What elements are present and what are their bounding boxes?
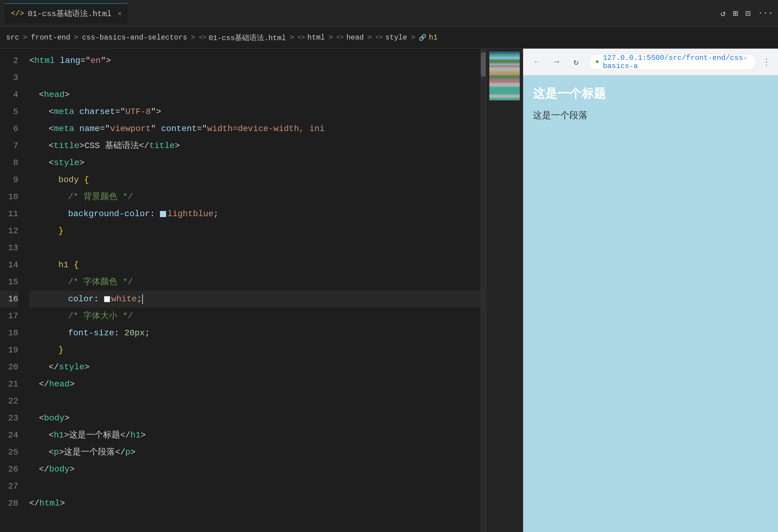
- main-layout: 2 3 4 5 6 7 8 9 10 11 12 13 14 15 16 17 …: [0, 49, 778, 532]
- code-line-11: background-color: lightblue;: [29, 205, 480, 223]
- breadcrumb-html[interactable]: html: [308, 33, 325, 41]
- history-icon[interactable]: ↺: [720, 8, 726, 18]
- breadcrumb-sep-4: >: [290, 33, 294, 41]
- code-line-28: </html>: [29, 495, 480, 512]
- breadcrumb-frontend[interactable]: front-end: [31, 33, 71, 41]
- code-line-9: body {: [29, 171, 480, 188]
- editor-tab[interactable]: </> 01-css基础语法.html ✕: [5, 3, 128, 23]
- code-line-7: <title> CSS 基础语法 </title>: [29, 138, 480, 155]
- breadcrumb-style[interactable]: style: [385, 33, 407, 41]
- code-line-2: <html lang="en">: [29, 52, 480, 69]
- code-line-17: /* 字体大小 */: [29, 307, 480, 325]
- tab-close-button[interactable]: ✕: [118, 9, 122, 18]
- url-text: 127.0.0.1:5500/src/front-end/css-basics-…: [603, 54, 750, 70]
- code-line-18: font-size: 20px;: [29, 325, 480, 342]
- breadcrumb-h1[interactable]: h1: [429, 33, 438, 41]
- color-swatch-lightblue: [160, 211, 166, 217]
- text-cursor: [142, 294, 143, 304]
- browser-bar: ← → ↻ ● 127.0.0.1:5500/src/front-end/css…: [523, 49, 778, 75]
- address-bar[interactable]: ● 127.0.0.1:5500/src/front-end/css-basic…: [589, 54, 756, 70]
- code-line-16: color: white;: [29, 291, 480, 307]
- editor-scrollbar[interactable]: [480, 49, 486, 532]
- minimap: [486, 49, 523, 532]
- code-line-15: /* 字体颜色 */: [29, 274, 480, 291]
- split-icon[interactable]: ⊞: [733, 8, 738, 18]
- breadcrumb-file-icon: <>: [199, 34, 206, 41]
- code-line-22: [29, 393, 480, 410]
- code-line-3: [29, 69, 480, 86]
- breadcrumb-cssbasics[interactable]: css-basics-and-selectors: [82, 33, 187, 41]
- code-line-8: <style>: [29, 155, 480, 171]
- breadcrumb-head[interactable]: head: [346, 33, 364, 41]
- forward-button[interactable]: →: [550, 55, 563, 69]
- code-line-20: </style>: [29, 359, 480, 376]
- layout-icon[interactable]: ⊡: [746, 8, 751, 18]
- line-numbers: 2 3 4 5 6 7 8 9 10 11 12 13 14 15 16 17 …: [0, 49, 24, 532]
- browser-menu-button[interactable]: ⋮: [762, 57, 771, 67]
- code-line-23: <body>: [29, 410, 480, 427]
- breadcrumb-h1-icon: 🔗: [419, 34, 426, 41]
- preview-paragraph: 这是一个段落: [533, 109, 768, 121]
- refresh-button[interactable]: ↻: [569, 55, 583, 69]
- code-line-25: <p> 这是一个段落 </p>: [29, 444, 480, 461]
- code-line-14: h1 {: [29, 257, 480, 274]
- preview-heading: 这是一个标题: [533, 85, 768, 102]
- code-line-13: [29, 240, 480, 257]
- code-line-5: <meta charset="UTF-8">: [29, 103, 480, 120]
- code-line-6: <meta name="viewport" content="width=dev…: [29, 120, 480, 138]
- breadcrumb-sep-6: >: [367, 33, 372, 41]
- breadcrumb-html-icon: <>: [298, 34, 305, 41]
- minimap-preview: [489, 52, 520, 100]
- editor-panel: 2 3 4 5 6 7 8 9 10 11 12 13 14 15 16 17 …: [0, 49, 523, 532]
- code-content[interactable]: <html lang="en"> <head> <meta charset="U…: [24, 49, 480, 532]
- breadcrumb-sep-2: >: [74, 33, 78, 41]
- code-line-27: [29, 478, 480, 495]
- code-area: 2 3 4 5 6 7 8 9 10 11 12 13 14 15 16 17 …: [0, 49, 523, 532]
- code-line-4: <head>: [29, 86, 480, 103]
- more-icon[interactable]: ···: [758, 8, 773, 18]
- code-line-10: /* 背景颜色 */: [29, 188, 480, 205]
- preview-panel: ← → ↻ ● 127.0.0.1:5500/src/front-end/css…: [523, 49, 778, 532]
- code-line-12: }: [29, 223, 480, 240]
- security-icon: ●: [595, 58, 599, 66]
- tab-label: 01-css基础语法.html: [28, 8, 111, 19]
- file-icon: </>: [11, 9, 24, 18]
- top-bar: </> 01-css基础语法.html ✕ ↺ ⊞ ⊡ ···: [0, 0, 778, 27]
- back-button[interactable]: ←: [530, 55, 544, 69]
- editor-actions: ↺ ⊞ ⊡ ···: [720, 8, 773, 18]
- breadcrumb-sep-3: >: [191, 33, 195, 41]
- breadcrumb-style-icon: <>: [376, 34, 383, 41]
- breadcrumb-sep-1: >: [23, 33, 27, 41]
- breadcrumb-sep-7: >: [411, 33, 415, 41]
- breadcrumb-filename[interactable]: 01-css基础语法.html: [209, 33, 286, 42]
- breadcrumb: src > front-end > css-basics-and-selecto…: [0, 27, 778, 49]
- breadcrumb-sep-5: >: [328, 33, 333, 41]
- code-line-19: }: [29, 342, 480, 359]
- code-line-21: </head>: [29, 376, 480, 393]
- color-swatch-white: [104, 296, 110, 302]
- breadcrumb-src[interactable]: src: [6, 33, 19, 41]
- code-line-26: </body>: [29, 461, 480, 478]
- code-line-24: <h1> 这是一个标题 </h1>: [29, 427, 480, 444]
- preview-content: 这是一个标题 这是一个段落: [523, 75, 778, 532]
- breadcrumb-head-icon: <>: [337, 34, 344, 41]
